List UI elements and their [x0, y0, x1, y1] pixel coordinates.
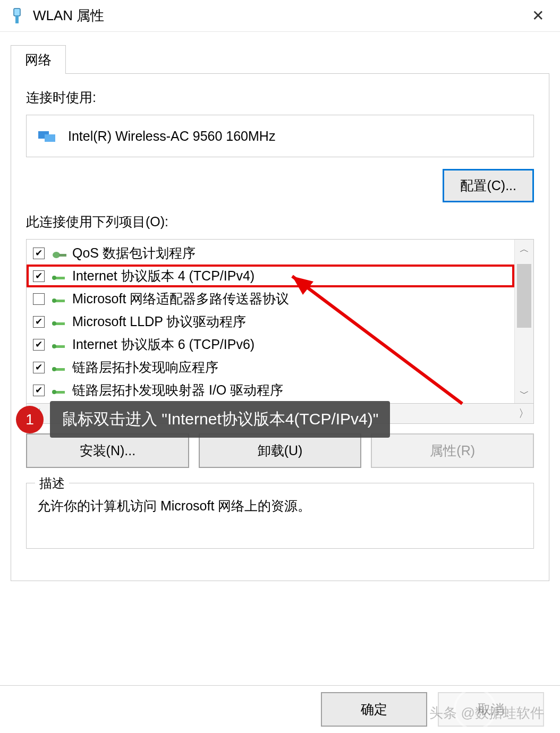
checkbox[interactable]: [33, 293, 45, 305]
list-item[interactable]: 链路层拓扑发现响应程序: [27, 356, 514, 379]
protocol-icon: [51, 271, 67, 282]
checkbox[interactable]: [33, 316, 45, 328]
scroll-down-button[interactable]: ﹀: [515, 384, 533, 403]
scroll-thumb[interactable]: [517, 264, 531, 328]
install-button[interactable]: 安装(N)...: [26, 433, 189, 468]
scroll-up-button[interactable]: ︿: [515, 240, 533, 259]
svg-point-11: [52, 321, 56, 326]
components-listbox[interactable]: QoS 数据包计划程序Internet 协议版本 4 (TCP/IPv4)Mic…: [26, 239, 534, 404]
protocol-icon: [51, 339, 67, 350]
checkbox[interactable]: [33, 248, 45, 259]
tab-network[interactable]: 网络: [11, 45, 66, 74]
list-item-label: Internet 协议版本 4 (TCP/IPv4): [72, 267, 254, 285]
adapter-box: Intel(R) Wireless-AC 9560 160MHz: [26, 115, 534, 157]
list-item[interactable]: Internet 协议版本 4 (TCP/IPv4): [27, 265, 514, 287]
components-label: 此连接使用下列项目(O):: [26, 213, 534, 231]
annotation-badge: 1: [16, 406, 44, 433]
svg-point-4: [53, 252, 60, 258]
ok-button[interactable]: 确定: [321, 692, 427, 727]
configure-button[interactable]: 配置(C)...: [443, 169, 534, 202]
list-item[interactable]: Internet 协议版本 6 (TCP/IPv6): [27, 333, 514, 356]
connection-label: 连接时使用:: [26, 89, 534, 106]
list-item[interactable]: Microsoft 网络适配器多路传送器协议: [27, 287, 514, 310]
annotation-callout: 1 鼠标双击进入 "Internet协议版本4(TCP/IPv4)": [16, 401, 390, 438]
window-icon: [11, 7, 23, 24]
qos-icon: [51, 248, 67, 259]
dialog-footer: 确定 取消: [0, 685, 560, 733]
svg-point-7: [52, 276, 56, 280]
list-item-label: Internet 协议版本 6 (TCP/IPv6): [72, 336, 254, 353]
checkbox[interactable]: [33, 270, 45, 282]
list-item-label: Microsoft 网络适配器多路传送器协议: [72, 290, 289, 308]
network-adapter-icon: [37, 128, 56, 144]
list-item[interactable]: Microsoft LLDP 协议驱动程序: [27, 310, 514, 333]
window-title: WLAN 属性: [33, 6, 527, 25]
description-group: 描述 允许你的计算机访问 Microsoft 网络上的资源。: [26, 483, 534, 549]
description-text: 允许你的计算机访问 Microsoft 网络上的资源。: [37, 495, 523, 516]
title-bar: WLAN 属性 ✕: [0, 0, 560, 32]
list-item[interactable]: QoS 数据包计划程序: [27, 242, 514, 265]
scroll-track[interactable]: [515, 259, 533, 384]
list-item-label: 链路层拓扑发现映射器 I/O 驱动程序: [72, 381, 283, 399]
list-item-label: Microsoft LLDP 协议驱动程序: [72, 313, 246, 330]
checkbox[interactable]: [33, 339, 45, 351]
checkbox[interactable]: [33, 385, 45, 396]
svg-rect-3: [45, 134, 55, 142]
list-item-label: 链路层拓扑发现响应程序: [72, 359, 218, 376]
protocol-icon: [51, 385, 67, 396]
list-item[interactable]: 链路层拓扑发现映射器 I/O 驱动程序: [27, 379, 514, 402]
close-button[interactable]: ✕: [527, 5, 549, 27]
svg-point-17: [52, 390, 56, 394]
scroll-right-button[interactable]: 〉: [514, 404, 533, 423]
svg-rect-1: [15, 16, 19, 23]
svg-point-15: [52, 367, 56, 371]
properties-button: 属性(R): [371, 433, 534, 468]
checkbox[interactable]: [33, 362, 45, 373]
protocol-icon: [51, 294, 67, 304]
uninstall-button[interactable]: 卸载(U): [199, 433, 362, 468]
protocol-icon: [51, 317, 67, 327]
protocol-icon: [51, 362, 67, 373]
adapter-name: Intel(R) Wireless-AC 9560 160MHz: [68, 129, 275, 144]
cancel-button[interactable]: 取消: [438, 692, 544, 727]
svg-rect-0: [14, 8, 20, 16]
scrollbar-vertical[interactable]: ︿ ﹀: [514, 240, 533, 403]
list-item-label: QoS 数据包计划程序: [72, 244, 196, 262]
tab-panel: 连接时使用: Intel(R) Wireless-AC 9560 160MHz …: [11, 73, 549, 581]
annotation-text: 鼠标双击进入 "Internet协议版本4(TCP/IPv4)": [50, 401, 390, 438]
svg-rect-5: [59, 254, 66, 257]
description-label: 描述: [35, 475, 69, 492]
svg-point-13: [52, 344, 56, 348]
svg-point-9: [52, 299, 56, 303]
